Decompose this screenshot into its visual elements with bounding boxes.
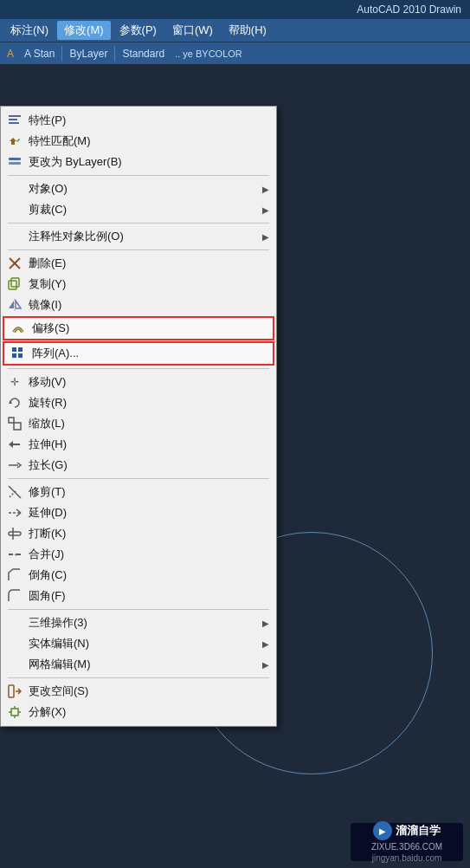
- copy-icon: [6, 277, 23, 291]
- svg-text:+: +: [14, 551, 18, 559]
- toolbar-color-text: .. ye BYCOLOR: [171, 49, 246, 59]
- watermark-logo: ▶: [373, 821, 392, 840]
- toolbar-separator-2: [114, 46, 115, 62]
- menu-param[interactable]: 参数(P): [113, 21, 164, 40]
- menu-item-explode[interactable]: 分解(X): [1, 702, 276, 722]
- menu-item-erase[interactable]: 删除(E): [1, 253, 276, 274]
- watermark-top: ▶ 溜溜自学: [373, 821, 441, 840]
- svg-rect-8: [11, 278, 19, 287]
- svg-rect-4: [9, 162, 21, 165]
- properties-label: 特性(P): [29, 113, 66, 128]
- menu-item-solidedit[interactable]: 实体编辑(N) ▶: [1, 633, 276, 654]
- menu-item-lengthen[interactable]: 拉长(G): [1, 455, 276, 476]
- toolbar-standard-right: Standard: [119, 48, 168, 60]
- menu-annotate[interactable]: 标注(N): [3, 21, 55, 40]
- menu-item-copy[interactable]: 复制(Y): [1, 274, 276, 295]
- menu-help[interactable]: 帮助(H): [222, 21, 274, 40]
- menu-item-clip[interactable]: 剪裁(C) ▶: [1, 199, 276, 220]
- menu-item-object[interactable]: 对象(O) ▶: [1, 178, 276, 199]
- drawing-area: 特性(P) 特性匹配(M) 更改为 ByLayer(B) 对象(O) ▶ 剪裁(: [0, 64, 470, 868]
- meshedit-arrow: ▶: [262, 660, 269, 670]
- menu-bar: 标注(N) 修改(M) 参数(P) 窗口(W) 帮助(H): [0, 19, 470, 42]
- svg-line-24: [10, 490, 16, 497]
- rotate-label: 旋转(R): [29, 395, 67, 411]
- watermark-title: 溜溜自学: [396, 823, 441, 839]
- svg-rect-28: [9, 532, 21, 535]
- svg-rect-19: [14, 423, 21, 430]
- stretch-icon: [6, 437, 23, 451]
- svg-rect-13: [18, 347, 23, 352]
- annotscale-arrow: ▶: [262, 232, 269, 242]
- toolbar-layer-label: ByLayer: [66, 48, 111, 60]
- divider-5: [8, 478, 269, 479]
- menu-item-fillet[interactable]: 圆角(F): [1, 586, 276, 606]
- mirror-icon: [6, 298, 23, 312]
- fillet-icon: [6, 589, 23, 603]
- changespace-label: 更改空间(S): [29, 683, 88, 699]
- menu-item-offset[interactable]: 偏移(S): [3, 316, 274, 340]
- menu-item-changespace[interactable]: 更改空间(S): [1, 681, 276, 702]
- svg-rect-14: [12, 353, 16, 358]
- menu-item-mirror[interactable]: 镜像(I): [1, 295, 276, 315]
- menu-item-bylayer[interactable]: 更改为 ByLayer(B): [1, 152, 276, 172]
- properties-icon: [6, 113, 23, 127]
- svg-rect-18: [9, 418, 14, 423]
- svg-rect-1: [9, 119, 17, 120]
- chamfer-icon: [6, 568, 23, 582]
- menu-item-rotate[interactable]: 旋转(R): [1, 392, 276, 413]
- watermark-url: jingyan.baidu.com: [372, 853, 442, 863]
- solidedit-arrow: ▶: [262, 639, 269, 649]
- title-bar: AutoCAD 2010 Drawin: [0, 0, 470, 19]
- trim-label: 修剪(T): [29, 484, 66, 500]
- title-text: AutoCAD 2010 Drawin: [357, 3, 461, 16]
- menu-item-chamfer[interactable]: 倒角(C): [1, 565, 276, 586]
- menu-item-break[interactable]: 打断(K): [1, 523, 276, 544]
- svg-rect-3: [9, 158, 21, 160]
- divider-1: [8, 175, 269, 176]
- break-label: 打断(K): [29, 526, 66, 541]
- menu-item-3dops[interactable]: 三维操作(3) ▶: [1, 612, 276, 633]
- svg-marker-10: [16, 301, 21, 308]
- changespace-icon: [6, 684, 23, 698]
- menu-item-move[interactable]: ✛ 移动(V): [1, 372, 276, 392]
- modify-dropdown-menu: 特性(P) 特性匹配(M) 更改为 ByLayer(B) 对象(O) ▶ 剪裁(: [0, 106, 277, 727]
- meshedit-label: 网格编辑(M): [29, 657, 91, 672]
- divider-6: [8, 609, 269, 610]
- menu-item-matchprop[interactable]: 特性匹配(M): [1, 131, 276, 152]
- menu-modify[interactable]: 修改(M): [57, 21, 111, 40]
- menu-item-scale[interactable]: 缩放(L): [1, 413, 276, 434]
- svg-rect-34: [11, 709, 18, 716]
- matchprop-icon: [6, 134, 23, 148]
- menu-item-properties[interactable]: 特性(P): [1, 110, 276, 131]
- svg-rect-0: [9, 115, 21, 117]
- menu-item-meshedit[interactable]: 网格编辑(M) ▶: [1, 654, 276, 675]
- svg-rect-21: [13, 444, 20, 445]
- menu-item-stretch[interactable]: 拉伸(H): [1, 434, 276, 455]
- menu-item-extend[interactable]: 延伸(D): [1, 502, 276, 523]
- divider-2: [8, 223, 269, 223]
- divider-4: [8, 368, 269, 369]
- copy-label: 复制(Y): [29, 276, 66, 292]
- menu-item-trim[interactable]: 修剪(T): [1, 482, 276, 502]
- menu-window[interactable]: 窗口(W): [165, 21, 220, 40]
- menu-item-array[interactable]: 阵列(A)...: [3, 341, 274, 366]
- object-label: 对象(O): [29, 181, 68, 197]
- divider-7: [8, 677, 269, 678]
- menu-item-join[interactable]: + 合并(J): [1, 544, 276, 565]
- svg-marker-9: [9, 301, 14, 308]
- watermark-subtitle: ZIXUE.3D66.COM: [371, 842, 442, 852]
- array-icon: [10, 347, 27, 360]
- menu-item-annotscale[interactable]: 注释性对象比例(O) ▶: [1, 226, 276, 247]
- move-label: 移动(V): [29, 374, 66, 390]
- mirror-label: 镜像(I): [29, 297, 61, 313]
- svg-rect-7: [9, 281, 16, 289]
- join-icon: +: [6, 547, 23, 561]
- erase-label: 删除(E): [29, 256, 66, 271]
- fillet-label: 圆角(F): [29, 588, 66, 604]
- move-icon: ✛: [6, 375, 23, 389]
- svg-text:✛: ✛: [10, 376, 19, 388]
- annotscale-label: 注释性对象比例(O): [29, 229, 124, 244]
- lengthen-label: 拉长(G): [29, 457, 68, 473]
- array-label: 阵列(A)...: [32, 346, 79, 361]
- extend-icon: [6, 506, 23, 520]
